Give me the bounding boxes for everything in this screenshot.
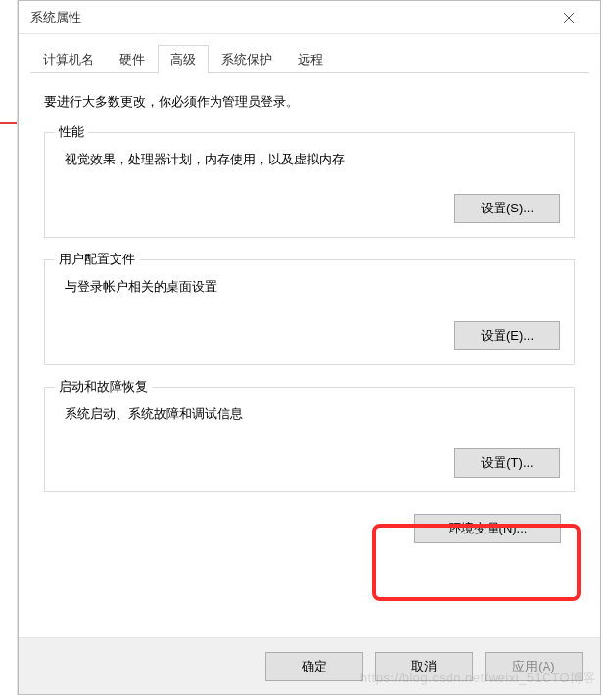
performance-settings-button[interactable]: 设置(S)...: [454, 194, 560, 223]
tab-remote[interactable]: 远程: [285, 45, 336, 73]
dialog-footer: 确定 取消 应用(A): [19, 637, 600, 694]
group-user-profiles: 用户配置文件 与登录帐户相关的桌面设置 设置(E)...: [44, 259, 575, 365]
tab-advanced[interactable]: 高级: [158, 45, 209, 74]
group-startup-desc: 系统启动、系统故障和调试信息: [65, 405, 560, 423]
tab-system-protection[interactable]: 系统保护: [209, 45, 285, 73]
environment-variables-button[interactable]: 环境变量(N)...: [414, 514, 561, 543]
group-startup-title: 启动和故障恢复: [55, 378, 152, 395]
group-profiles-title: 用户配置文件: [55, 251, 139, 268]
cancel-button[interactable]: 取消: [375, 652, 473, 681]
window-title: 系统属性: [30, 9, 81, 26]
tab-hardware[interactable]: 硬件: [107, 45, 158, 73]
ok-button[interactable]: 确定: [265, 652, 363, 681]
tab-strip: 计算机名 硬件 高级 系统保护 远程: [30, 46, 589, 73]
system-properties-dialog: 系统属性 计算机名 硬件 高级 系统保护 远程 要进行大多数更改，你必须作为管理…: [18, 0, 601, 695]
intro-text: 要进行大多数更改，你必须作为管理员登录。: [44, 93, 575, 111]
group-performance-desc: 视觉效果，处理器计划，内存使用，以及虚拟内存: [65, 151, 560, 168]
apply-button[interactable]: 应用(A): [485, 652, 583, 681]
group-performance: 性能 视觉效果，处理器计划，内存使用，以及虚拟内存 设置(S)...: [44, 132, 575, 238]
titlebar: 系统属性: [19, 1, 600, 34]
close-icon: [563, 12, 575, 23]
group-performance-title: 性能: [55, 123, 88, 141]
close-button[interactable]: [549, 4, 589, 31]
group-startup-recovery: 启动和故障恢复 系统启动、系统故障和调试信息 设置(T)...: [44, 387, 575, 492]
tab-computer-name[interactable]: 计算机名: [30, 45, 107, 73]
startup-settings-button[interactable]: 设置(T)...: [454, 448, 560, 478]
group-profiles-desc: 与登录帐户相关的桌面设置: [65, 278, 560, 296]
profiles-settings-button[interactable]: 设置(E)...: [454, 321, 560, 350]
